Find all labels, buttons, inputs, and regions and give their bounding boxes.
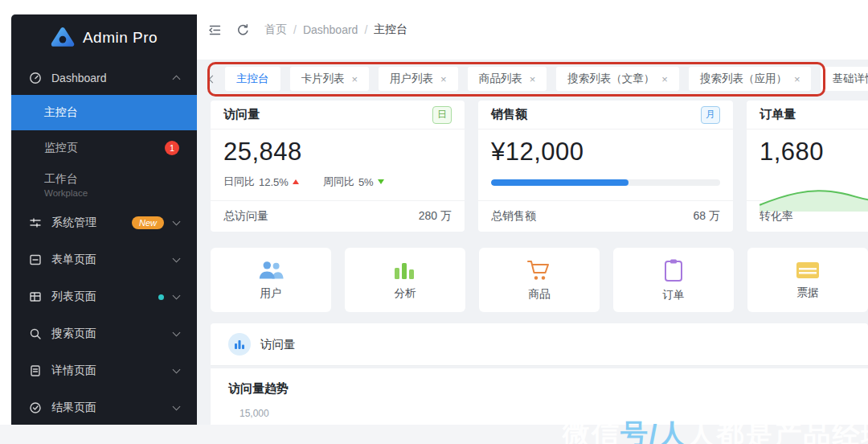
section-tab-label: 访问量	[260, 337, 296, 352]
document-icon	[29, 364, 42, 377]
sidebar-item-lists[interactable]: 列表页面	[11, 278, 197, 315]
check-circle-icon	[29, 401, 42, 414]
breadcrumb-separator: /	[293, 23, 297, 36]
tab-bar: 主控台 卡片列表 × 用户列表 × 商品列表 × 搜索列表（文章） × 搜索列表…	[197, 60, 868, 98]
visits-chart-icon	[228, 333, 251, 356]
tabs-scroll-left-button[interactable]	[210, 76, 215, 82]
sidebar-item-console[interactable]: 主控台	[11, 95, 197, 130]
table-icon	[29, 290, 42, 303]
logo-icon	[51, 26, 75, 50]
shortcut-products[interactable]: 商品	[479, 248, 600, 312]
sales-progress-bar	[491, 179, 720, 186]
shortcut-analysis[interactable]: 分析	[345, 248, 465, 312]
breadcrumb: 首页 / Dashboard / 主控台	[264, 23, 407, 37]
tab-card-list[interactable]: 卡片列表 ×	[290, 67, 370, 91]
form-icon	[29, 253, 42, 266]
chevron-up-icon	[173, 76, 181, 84]
footer-label: 总销售额	[491, 209, 536, 224]
shortcut-tickets[interactable]: 票据	[747, 248, 868, 312]
dashboard-icon	[29, 72, 42, 84]
chevron-down-icon	[173, 329, 181, 337]
orders-sparkline-chart	[760, 170, 868, 212]
close-icon[interactable]: ×	[794, 73, 800, 85]
sidebar-item-label: 系统管理	[51, 216, 122, 230]
shortcut-label: 商品	[529, 287, 551, 302]
tab-search-apps[interactable]: 搜索列表（应用） ×	[689, 67, 812, 91]
day-over-day-metric: 日同比 12.5%	[223, 175, 299, 189]
sidebar-item-search-pages[interactable]: 搜索页面	[11, 315, 197, 352]
footer-label: 转化率	[760, 209, 793, 224]
admin-pro-dashboard: Admin Pro Dashboard 主控台 监控页 1 工作台 Workpl…	[0, 0, 868, 444]
stat-cards-row: 访问量 日 25,848 日同比 12.5% 周同比 5%	[211, 101, 868, 232]
sidebar-item-system[interactable]: 系统管理 New	[11, 204, 197, 241]
breadcrumb-current: 主控台	[374, 23, 407, 37]
shortcut-cards-row: 用户 分析 商品 订单	[211, 248, 868, 312]
shortcut-label: 用户	[260, 286, 282, 301]
shortcut-users[interactable]: 用户	[211, 248, 331, 312]
sidebar-item-label: 详情页面	[51, 364, 164, 378]
cart-icon	[526, 259, 552, 282]
period-badge-day[interactable]: 日	[432, 106, 452, 124]
tab-search-articles[interactable]: 搜索列表（文章） ×	[556, 67, 679, 91]
card-title: 订单量	[760, 107, 796, 122]
sidebar-item-workplace[interactable]: 工作台 Workplace	[11, 166, 197, 204]
chevron-down-icon	[173, 403, 181, 411]
orders-card: 订单量 1,680 转化率	[747, 101, 868, 232]
shortcut-orders[interactable]: 订单	[613, 248, 734, 312]
caret-up-icon	[293, 179, 299, 184]
close-icon[interactable]: ×	[661, 73, 668, 85]
watermark-text: 微信号/人人都是产品经理	[563, 416, 868, 444]
breadcrumb-separator: /	[364, 23, 367, 36]
topbar: 首页 / Dashboard / 主控台	[197, 0, 868, 60]
period-badge-month[interactable]: 月	[701, 106, 720, 124]
breadcrumb-home[interactable]: 首页	[264, 23, 287, 37]
tab-label: 卡片列表	[301, 72, 345, 86]
tab-label: 主控台	[236, 72, 269, 86]
footer-value: 68 万	[694, 209, 720, 224]
sidebar-item-label: Dashboard	[51, 72, 164, 84]
tab-label: 商品列表	[479, 72, 522, 86]
clipboard-icon	[663, 258, 684, 282]
close-icon[interactable]: ×	[440, 73, 447, 85]
close-icon[interactable]: ×	[530, 73, 536, 85]
sidebar-item-detail-pages[interactable]: 详情页面	[11, 352, 197, 389]
sidebar-item-label: 搜索页面	[51, 327, 164, 341]
footer-label: 总访问量	[223, 209, 268, 224]
sales-progress-fill	[491, 179, 628, 186]
overview-section-tab[interactable]: 访问量	[211, 323, 868, 366]
dashboard-submenu: 主控台 监控页 1 工作台 Workplace	[11, 95, 197, 204]
tab-console[interactable]: 主控台	[225, 67, 280, 91]
menu-fold-icon[interactable]	[208, 23, 222, 37]
shortcut-label: 订单	[663, 288, 685, 302]
trend-title: 访问量趋势	[211, 368, 868, 397]
watermark-highlight: 号/人	[620, 418, 687, 444]
sidebar-item-monitor[interactable]: 监控页 1	[11, 130, 197, 166]
dot-badge	[158, 294, 164, 300]
sidebar-item-forms[interactable]: 表单页面	[11, 241, 197, 278]
tab-user-list[interactable]: 用户列表 ×	[379, 67, 458, 91]
tab-basic-detail[interactable]: 基础详情页 ×	[821, 67, 868, 91]
card-title: 访问量	[223, 107, 260, 122]
footer-value: 280 万	[419, 209, 452, 224]
visits-card: 访问量 日 25,848 日同比 12.5% 周同比 5%	[211, 101, 465, 232]
sidebar-item-label: 监控页	[44, 141, 78, 155]
tab-label: 搜索列表（文章）	[567, 72, 654, 86]
breadcrumb-dashboard[interactable]: Dashboard	[303, 23, 358, 36]
notification-badge: 1	[165, 141, 179, 155]
sidebar-item-dashboard[interactable]: Dashboard	[11, 61, 197, 95]
tab-product-list[interactable]: 商品列表 ×	[468, 67, 547, 91]
visits-value: 25,848	[223, 138, 452, 166]
shortcut-label: 分析	[395, 286, 416, 301]
users-icon	[257, 260, 285, 281]
logo-text: Admin Pro	[83, 29, 158, 47]
chevron-down-icon	[173, 366, 181, 374]
logo[interactable]: Admin Pro	[11, 14, 197, 61]
reload-icon[interactable]	[236, 23, 250, 37]
sidebar-item-result-pages[interactable]: 结果页面	[11, 389, 197, 426]
tab-label: 基础详情页	[832, 72, 868, 86]
tab-label: 用户列表	[390, 72, 433, 86]
card-title: 销售额	[491, 107, 527, 122]
new-badge: New	[132, 216, 164, 229]
week-over-week-metric: 周同比 5%	[323, 175, 384, 189]
close-icon[interactable]: ×	[352, 73, 358, 85]
